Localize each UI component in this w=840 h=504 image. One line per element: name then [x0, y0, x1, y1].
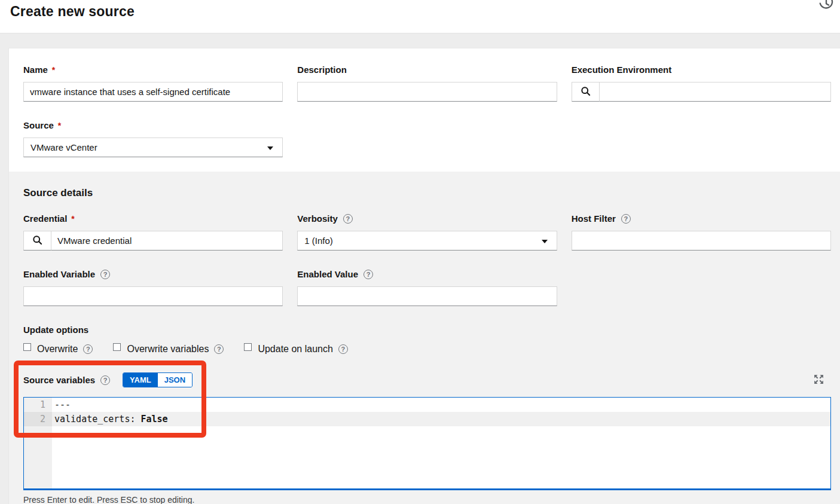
source-label: Source — [23, 120, 283, 130]
host-filter-label: Host Filter — [572, 213, 831, 224]
description-input[interactable] — [297, 82, 557, 102]
enabled-value-input[interactable] — [297, 286, 557, 306]
name-field: Name — [23, 65, 283, 102]
yaml-json-toggle: YAML JSON — [123, 372, 193, 387]
update-options-label: Update options — [23, 325, 831, 335]
update-on-launch-option: Update on launch — [244, 344, 347, 355]
source-variables-header: Source variables YAML JSON — [23, 372, 831, 387]
name-input[interactable] — [23, 82, 283, 102]
create-source-page: Create new source Name Description — [0, 0, 840, 504]
overwrite-label: Overwrite — [37, 344, 78, 355]
overwrite-option: Overwrite — [23, 344, 93, 355]
description-field: Description — [297, 65, 557, 102]
code-line: validate_certs: False — [52, 412, 830, 426]
question-circle-icon[interactable] — [83, 344, 93, 354]
page-title: Create new source — [0, 0, 840, 20]
overwrite-checkbox[interactable] — [23, 343, 31, 351]
enabled-variable-label: Enabled Variable — [23, 269, 283, 279]
question-circle-icon[interactable] — [100, 375, 110, 385]
code-line: --- — [52, 398, 830, 412]
update-on-launch-label: Update on launch — [258, 344, 332, 355]
verbosity-select[interactable]: 1 (Info) — [297, 231, 557, 251]
source-details-section: Source details Credential — [9, 172, 840, 504]
yaml-toggle-button[interactable]: YAML — [123, 373, 158, 387]
overwrite-variables-label: Overwrite variables — [127, 344, 209, 355]
host-filter-input[interactable] — [572, 231, 831, 251]
search-icon — [581, 86, 591, 98]
host-filter-field: Host Filter — [572, 213, 831, 251]
source-select-value: VMware vCenter — [30, 142, 97, 152]
verbosity-label: Verbosity — [297, 213, 557, 224]
question-circle-icon[interactable] — [343, 214, 353, 224]
line-number: 2 — [24, 412, 52, 426]
source-select[interactable]: VMware vCenter — [23, 138, 283, 157]
question-circle-icon[interactable] — [100, 270, 110, 279]
chevron-down-icon — [267, 146, 273, 153]
name-label: Name — [23, 65, 283, 75]
question-circle-icon[interactable] — [364, 270, 373, 279]
search-icon — [32, 235, 42, 247]
source-details-heading: Source details — [23, 187, 831, 199]
json-toggle-button[interactable]: JSON — [158, 373, 192, 387]
credential-search-button[interactable] — [23, 231, 51, 251]
update-options-group: Update options Overwrite Overwrite varia… — [23, 325, 831, 355]
credential-field: Credential — [23, 213, 283, 251]
editor-line-number-gutter: 1 2 — [24, 398, 52, 488]
source-variables-editor[interactable]: 1 2 --- validate_certs: False — [23, 397, 831, 490]
update-on-launch-checkbox[interactable] — [244, 343, 252, 351]
execution-environment-search-button[interactable] — [572, 82, 600, 102]
overwrite-variables-option: Overwrite variables — [113, 344, 224, 355]
editor-hint-text: Press Enter to edit. Press ESC to stop e… — [23, 495, 831, 504]
verbosity-field: Verbosity 1 (Info) — [297, 213, 557, 251]
form-card: Name Description Execution Environment — [8, 48, 840, 504]
execution-environment-field: Execution Environment — [572, 65, 831, 102]
source-field: Source VMware vCenter — [23, 120, 283, 157]
expand-arrows-icon[interactable] — [812, 373, 825, 387]
question-circle-icon[interactable] — [214, 344, 224, 354]
enabled-value-field: Enabled Value — [297, 269, 557, 306]
credential-input[interactable] — [51, 231, 283, 251]
question-circle-icon[interactable] — [338, 344, 348, 354]
overwrite-variables-checkbox[interactable] — [113, 343, 121, 351]
history-icon[interactable] — [817, 0, 835, 13]
execution-environment-label: Execution Environment — [572, 65, 831, 75]
editor-code-area[interactable]: --- validate_certs: False — [52, 398, 830, 488]
execution-environment-input[interactable] — [600, 82, 831, 102]
page-header: Create new source — [0, 0, 840, 33]
enabled-value-label: Enabled Value — [297, 269, 557, 279]
header-divider-band — [0, 33, 840, 48]
source-variables-label: Source variables — [23, 375, 110, 385]
verbosity-select-value: 1 (Info) — [304, 236, 333, 246]
basic-fields-section: Name Description Execution Environment — [9, 48, 840, 172]
credential-label: Credential — [23, 213, 283, 224]
question-circle-icon[interactable] — [621, 214, 631, 224]
description-label: Description — [297, 65, 557, 75]
enabled-variable-field: Enabled Variable — [23, 269, 283, 306]
chevron-down-icon — [542, 240, 548, 246]
enabled-variable-input[interactable] — [23, 286, 283, 306]
line-number: 1 — [24, 398, 52, 412]
